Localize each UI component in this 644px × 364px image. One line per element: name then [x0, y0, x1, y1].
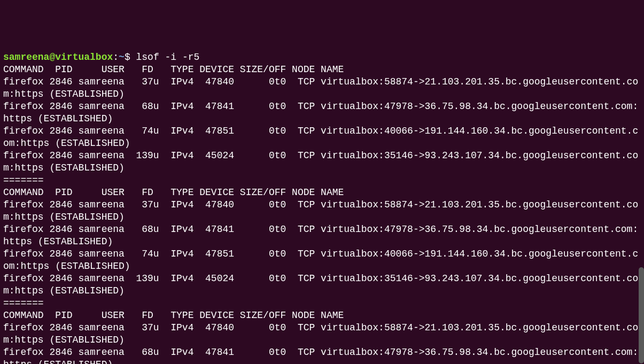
table-header: COMMAND PID USER FD TYPE DEVICE SIZE/OFF…: [3, 310, 344, 321]
table-row: firefox 2846 samreena 68u IPv4 47841 0t0…: [3, 101, 638, 124]
table-header: COMMAND PID USER FD TYPE DEVICE SIZE/OFF…: [3, 187, 344, 198]
table-row: firefox 2846 samreena 37u IPv4 47840 0t0…: [3, 199, 638, 222]
table-row: firefox 2846 samreena 68u IPv4 47841 0t0…: [3, 224, 638, 247]
table-header: COMMAND PID USER FD TYPE DEVICE SIZE/OFF…: [3, 64, 344, 75]
table-row: firefox 2846 samreena 68u IPv4 47841 0t0…: [3, 347, 638, 364]
table-row: firefox 2846 samreena 139u IPv4 45024 0t…: [3, 273, 638, 296]
prompt-dollar: $: [125, 52, 136, 63]
separator: =======: [3, 298, 44, 308]
prompt-at: @: [49, 52, 55, 63]
table-row: firefox 2846 samreena 139u IPv4 45024 0t…: [3, 150, 638, 173]
table-row: firefox 2846 samreena 37u IPv4 47840 0t0…: [3, 76, 638, 99]
command-text: lsof -i -r5: [136, 52, 200, 63]
table-row: firefox 2846 samreena 74u IPv4 47851 0t0…: [3, 126, 638, 149]
table-row: firefox 2846 samreena 74u IPv4 47851 0t0…: [3, 249, 638, 272]
prompt-colon: :: [113, 52, 119, 63]
prompt-path: ~: [119, 52, 125, 63]
prompt-user: samreena: [3, 52, 49, 63]
scrollbar-thumb[interactable]: [639, 267, 644, 363]
prompt-host: virtualbox: [55, 52, 113, 63]
terminal-output[interactable]: samreena@virtualbox:~$ lsof -i -r5 COMMA…: [3, 51, 641, 364]
separator: =======: [3, 175, 44, 185]
table-row: firefox 2846 samreena 37u IPv4 47840 0t0…: [3, 322, 638, 345]
